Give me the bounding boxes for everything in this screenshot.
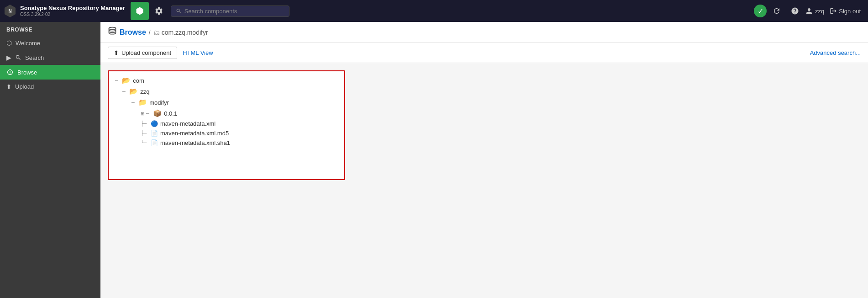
node-label-maven-md5: maven-metadata.xml.md5 xyxy=(160,130,229,137)
tree-node-zzq[interactable]: ─ 📂 zzq xyxy=(109,86,344,97)
folder-icon-modifyr: 📁 xyxy=(138,98,147,106)
sidebar-item-welcome[interactable]: ⬡ Welcome xyxy=(0,36,100,50)
status-indicator: ✓ xyxy=(754,5,767,17)
node-label-maven-sha1: maven-metadata.xml.sha1 xyxy=(160,139,230,146)
connector: ├─ xyxy=(141,130,150,136)
tree-node-maven-xml[interactable]: ├─ 🔵 maven-metadata.xml xyxy=(109,119,344,128)
tree-panel: ─ 📂 com ─ 📂 zzq ─ 📁 modifyr xyxy=(108,70,345,180)
node-label-com: com xyxy=(133,77,144,84)
tree-node-com[interactable]: ─ 📂 com xyxy=(109,75,344,86)
file-icon-xml: 🔵 xyxy=(151,120,158,127)
file-icon-sha1: 📄 xyxy=(151,139,158,146)
signout-label: Sign out xyxy=(839,8,861,15)
sidebar-item-search[interactable]: ▶ Search xyxy=(0,50,100,65)
connector: ─ xyxy=(146,111,152,117)
connector: ─ xyxy=(122,89,128,95)
node-label-maven-xml: maven-metadata.xml xyxy=(160,120,216,127)
search-bar xyxy=(171,5,289,17)
refresh-button[interactable] xyxy=(768,3,785,19)
breadcrumb-browse-link[interactable]: Browse xyxy=(120,28,146,37)
breadcrumb-separator: / xyxy=(149,29,151,36)
username-label: zzq xyxy=(815,8,824,15)
sidebar-label-search: Search xyxy=(25,54,44,61)
search-icon-nav xyxy=(15,54,21,61)
logo-icon: N xyxy=(4,5,16,17)
folder-icon-zzq: 📂 xyxy=(129,87,138,96)
breadcrumb-current-label: com.zzq.modifyr xyxy=(162,29,208,36)
html-view-link[interactable]: HTML View xyxy=(183,49,213,56)
svg-point-0 xyxy=(109,27,116,30)
topnav: N Sonatype Nexus Repository Manager OSS … xyxy=(0,0,868,22)
signout-button[interactable]: Sign out xyxy=(826,5,864,16)
main-layout: Browse ⬡ Welcome ▶ Search Browse ⬆ Uploa… xyxy=(0,22,868,298)
welcome-icon: ⬡ xyxy=(6,39,12,47)
sidebar: Browse ⬡ Welcome ▶ Search Browse ⬆ Uploa… xyxy=(0,22,100,298)
tree-panel-wrapper: ─ 📂 com ─ 📂 zzq ─ 📁 modifyr xyxy=(100,63,868,298)
user-icon xyxy=(805,7,813,15)
folder-icon-com: 📂 xyxy=(122,76,131,85)
browse-icon xyxy=(6,69,14,76)
advanced-search-link[interactable]: Advanced search... xyxy=(810,49,861,56)
signout-icon xyxy=(830,7,837,15)
search-nav-icon: ▶ xyxy=(6,54,11,61)
gear-icon xyxy=(154,6,163,16)
topnav-right: ✓ zzq Sign out xyxy=(754,3,864,19)
database-icon xyxy=(108,27,117,36)
search-icon xyxy=(176,8,182,14)
sidebar-item-browse[interactable]: Browse xyxy=(0,65,100,80)
app-title: Sonatype Nexus Repository Manager xyxy=(20,5,125,12)
package-icon-001: 📦 xyxy=(153,109,162,117)
tree-node-modifyr[interactable]: ─ 📁 modifyr xyxy=(109,97,344,108)
help-icon xyxy=(791,7,799,15)
upload-arrow-icon: ⬆ xyxy=(114,49,119,56)
refresh-icon xyxy=(773,7,781,15)
node-label-001: 0.0.1 xyxy=(164,110,177,117)
tree-node-maven-md5[interactable]: ├─ 📄 maven-metadata.xml.md5 xyxy=(109,128,344,138)
node-label-zzq: zzq xyxy=(140,88,149,95)
help-button[interactable] xyxy=(787,3,803,19)
cube-icon xyxy=(135,6,144,16)
search-input[interactable] xyxy=(184,8,284,15)
connector: ├─ xyxy=(141,121,150,127)
app-logo: N Sonatype Nexus Repository Manager OSS … xyxy=(4,5,125,17)
file-icon-md5: 📄 xyxy=(151,130,158,137)
sidebar-heading: Browse xyxy=(0,22,100,36)
connector: ─ xyxy=(132,100,137,106)
app-subtitle: OSS 3.29.2-02 xyxy=(20,12,125,17)
upload-component-button[interactable]: ⬆ Upload component xyxy=(108,47,177,59)
main-content: Browse / 🗂 com.zzq.modifyr ⬆ Upload comp… xyxy=(100,22,868,298)
breadcrumb-folder-icon: 🗂 xyxy=(153,29,160,36)
upload-icon: ⬆ xyxy=(6,83,11,90)
sidebar-label-browse: Browse xyxy=(17,69,37,76)
tree-node-maven-sha1[interactable]: └─ 📄 maven-metadata.xml.sha1 xyxy=(109,138,344,148)
user-button[interactable]: zzq xyxy=(805,7,824,15)
sidebar-item-upload[interactable]: ⬆ Upload xyxy=(0,80,100,94)
settings-button[interactable] xyxy=(151,3,167,19)
breadcrumb-current: 🗂 com.zzq.modifyr xyxy=(153,29,208,36)
upload-btn-label: Upload component xyxy=(121,49,171,56)
sidebar-label-welcome: Welcome xyxy=(16,40,40,47)
node-label-modifyr: modifyr xyxy=(149,99,169,106)
connector: └─ xyxy=(141,140,150,146)
expand-icon: ⊞ xyxy=(141,111,144,116)
home-button[interactable] xyxy=(131,2,149,20)
logo-text: Sonatype Nexus Repository Manager OSS 3.… xyxy=(20,5,125,17)
breadcrumb: Browse / 🗂 com.zzq.modifyr xyxy=(100,22,868,43)
toolbar: ⬆ Upload component HTML View Advanced se… xyxy=(100,43,868,63)
sidebar-label-upload: Upload xyxy=(15,83,34,90)
breadcrumb-db-icon xyxy=(108,27,117,38)
tree-node-001[interactable]: ⊞ ─ 📦 0.0.1 xyxy=(109,108,344,119)
connector: ─ xyxy=(115,78,121,84)
